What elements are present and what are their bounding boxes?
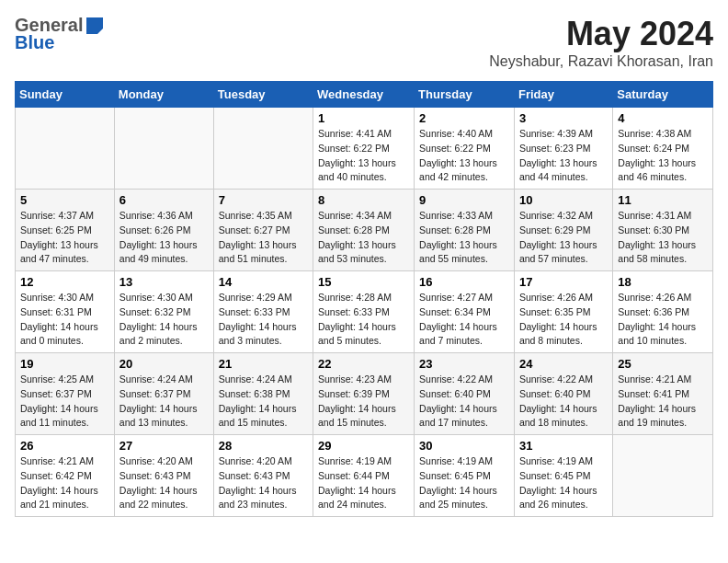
day-info-line: Sunrise: 4:39 AM [519, 128, 593, 139]
day-info: Sunrise: 4:27 AMSunset: 6:34 PMDaylight:… [419, 291, 509, 349]
day-info-line: and 18 minutes. [519, 417, 588, 428]
day-number: 29 [318, 439, 409, 453]
day-info-line: Daylight: 13 hours [519, 239, 597, 250]
calendar-week-row: 5Sunrise: 4:37 AMSunset: 6:25 PMDaylight… [16, 190, 713, 271]
day-info-line: and 15 minutes. [318, 417, 387, 428]
day-info-line: Daylight: 14 hours [519, 403, 597, 414]
day-info-line: and 40 minutes. [318, 171, 387, 182]
day-info-line: Daylight: 14 hours [119, 485, 198, 496]
day-info-line: and 13 minutes. [119, 417, 188, 428]
day-number: 17 [519, 275, 608, 289]
day-info-line: Sunrise: 4:19 AM [519, 455, 593, 466]
day-info-line: Sunset: 6:43 PM [119, 470, 191, 481]
day-info-line: Sunrise: 4:24 AM [119, 373, 193, 385]
day-info-line: Sunrise: 4:19 AM [419, 455, 493, 466]
calendar-cell: 23Sunrise: 4:22 AMSunset: 6:40 PMDayligh… [415, 353, 515, 435]
day-info-line: Sunrise: 4:20 AM [119, 455, 193, 466]
day-info-line: Sunset: 6:37 PM [20, 388, 92, 399]
day-info-line: and 8 minutes. [519, 335, 583, 346]
day-info-line: Sunset: 6:40 PM [419, 388, 491, 399]
day-info: Sunrise: 4:25 AMSunset: 6:37 PMDaylight:… [20, 373, 109, 431]
day-info-line: and 5 minutes. [318, 335, 381, 346]
day-info: Sunrise: 4:37 AMSunset: 6:25 PMDaylight:… [20, 209, 109, 267]
day-info-line: Daylight: 14 hours [618, 403, 696, 414]
weekday-header-monday: Monday [114, 82, 213, 108]
day-number: 6 [119, 193, 209, 207]
day-info-line: and 22 minutes. [119, 499, 188, 510]
day-info-line: Sunrise: 4:28 AM [318, 292, 392, 303]
day-info-line: Sunset: 6:22 PM [318, 143, 390, 154]
day-info-line: Daylight: 14 hours [519, 485, 597, 496]
calendar-cell: 28Sunrise: 4:20 AMSunset: 6:43 PMDayligh… [213, 435, 313, 517]
day-number: 7 [219, 193, 308, 207]
day-info-line: Sunset: 6:27 PM [219, 224, 290, 236]
day-info-line: Sunrise: 4:38 AM [618, 128, 691, 139]
day-info-line: and 25 minutes. [419, 499, 488, 510]
calendar-cell: 2Sunrise: 4:40 AMSunset: 6:22 PMDaylight… [415, 108, 515, 190]
day-info-line: and 3 minutes. [219, 335, 282, 346]
day-info: Sunrise: 4:23 AMSunset: 6:39 PMDaylight:… [318, 373, 409, 431]
day-info: Sunrise: 4:20 AMSunset: 6:43 PMDaylight:… [219, 454, 308, 512]
day-info-line: Daylight: 14 hours [318, 321, 396, 332]
day-info-line: Sunset: 6:43 PM [219, 470, 290, 481]
day-info-line: Daylight: 13 hours [618, 239, 696, 250]
day-info-line: Daylight: 14 hours [618, 321, 696, 332]
day-info-line: Daylight: 14 hours [20, 403, 98, 414]
day-info-line: and 55 minutes. [419, 253, 488, 264]
calendar-cell: 19Sunrise: 4:25 AMSunset: 6:37 PMDayligh… [16, 353, 115, 435]
day-info-line: Sunset: 6:40 PM [519, 388, 591, 399]
day-number: 26 [20, 439, 109, 453]
day-info: Sunrise: 4:21 AMSunset: 6:41 PMDaylight:… [618, 373, 708, 431]
day-info-line: Sunrise: 4:24 AM [219, 373, 292, 385]
day-info-line: Sunrise: 4:21 AM [618, 373, 691, 385]
day-info-line: Sunset: 6:45 PM [419, 470, 491, 481]
calendar-cell: 1Sunrise: 4:41 AMSunset: 6:22 PMDaylight… [313, 108, 415, 190]
day-info-line: and 2 minutes. [119, 335, 183, 346]
logo-icon [85, 16, 105, 36]
day-info: Sunrise: 4:30 AMSunset: 6:32 PMDaylight:… [119, 291, 209, 349]
day-info: Sunrise: 4:26 AMSunset: 6:36 PMDaylight:… [618, 291, 708, 349]
weekday-header-thursday: Thursday [415, 82, 515, 108]
calendar-cell: 26Sunrise: 4:21 AMSunset: 6:42 PMDayligh… [16, 435, 115, 517]
day-info-line: Daylight: 14 hours [219, 321, 297, 332]
day-info-line: Sunset: 6:37 PM [119, 388, 191, 399]
day-info-line: Sunrise: 4:30 AM [20, 292, 94, 303]
day-number: 24 [519, 357, 608, 371]
day-info-line: and 23 minutes. [219, 499, 288, 510]
day-info-line: Sunrise: 4:25 AM [20, 373, 94, 385]
day-info-line: Sunset: 6:25 PM [20, 224, 92, 236]
day-info-line: and 17 minutes. [419, 417, 488, 428]
day-info-line: Sunset: 6:44 PM [318, 470, 390, 481]
logo-blue-text: Blue [15, 32, 54, 53]
weekday-header-saturday: Saturday [613, 82, 713, 108]
day-number: 9 [419, 193, 509, 207]
day-info-line: Sunset: 6:28 PM [318, 224, 390, 236]
day-info-line: Sunset: 6:31 PM [20, 306, 92, 317]
day-info: Sunrise: 4:26 AMSunset: 6:35 PMDaylight:… [519, 291, 608, 349]
day-info-line: Sunset: 6:30 PM [618, 224, 689, 236]
day-info-line: Daylight: 13 hours [119, 239, 198, 250]
day-info-line: Daylight: 13 hours [419, 239, 497, 250]
calendar-week-row: 1Sunrise: 4:41 AMSunset: 6:22 PMDaylight… [16, 108, 713, 190]
day-info-line: and 44 minutes. [519, 171, 588, 182]
day-info-line: Daylight: 13 hours [219, 239, 297, 250]
day-info-line: Sunset: 6:42 PM [20, 470, 92, 481]
calendar-cell: 5Sunrise: 4:37 AMSunset: 6:25 PMDaylight… [16, 190, 115, 271]
day-number: 8 [318, 193, 409, 207]
day-number: 19 [20, 357, 109, 371]
calendar-cell [114, 108, 213, 190]
day-info-line: Daylight: 14 hours [318, 485, 396, 496]
calendar-cell: 25Sunrise: 4:21 AMSunset: 6:41 PMDayligh… [613, 353, 713, 435]
day-info-line: Sunset: 6:29 PM [519, 224, 591, 236]
day-info: Sunrise: 4:36 AMSunset: 6:26 PMDaylight:… [119, 209, 209, 267]
day-info: Sunrise: 4:30 AMSunset: 6:31 PMDaylight:… [20, 291, 109, 349]
day-info-line: Sunrise: 4:22 AM [419, 373, 493, 385]
calendar-cell: 13Sunrise: 4:30 AMSunset: 6:32 PMDayligh… [114, 271, 213, 353]
day-info-line: Sunrise: 4:26 AM [519, 292, 593, 303]
calendar-cell: 10Sunrise: 4:32 AMSunset: 6:29 PMDayligh… [514, 190, 612, 271]
day-info-line: Sunset: 6:39 PM [318, 388, 390, 399]
day-info-line: Sunrise: 4:30 AM [119, 292, 193, 303]
day-info: Sunrise: 4:28 AMSunset: 6:33 PMDaylight:… [318, 291, 409, 349]
day-number: 22 [318, 357, 409, 371]
day-info-line: Sunrise: 4:36 AM [119, 210, 193, 221]
